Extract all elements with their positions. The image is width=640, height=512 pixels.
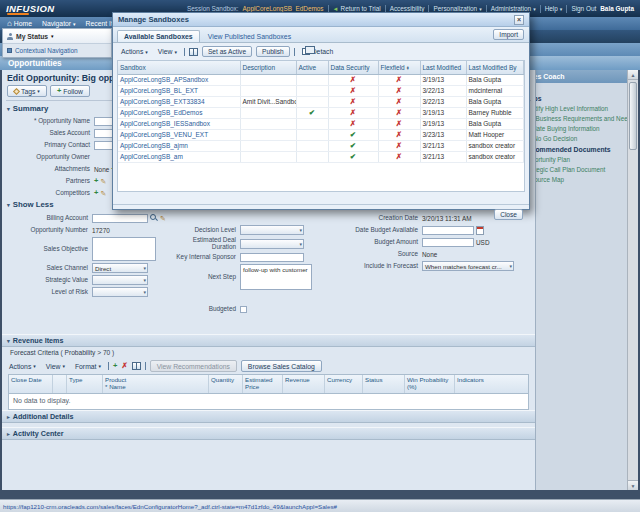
coach-step-link[interactable]: Identify High Level Information — [535, 105, 627, 112]
date-budget-available-input[interactable] — [422, 226, 474, 235]
import-button[interactable]: Import — [493, 29, 524, 40]
edit-pencil-icon[interactable]: ✎ — [100, 178, 106, 185]
coach-step-link[interactable]: Go/No Go Decision — [535, 135, 627, 142]
tab-available-sandboxes[interactable]: Available Sandboxes — [117, 30, 200, 42]
session-sandbox-link[interactable]: ApplCoreLongSB_EdDemos — [243, 5, 324, 12]
section-summary-header[interactable]: ▾ Summary — [7, 104, 48, 113]
decision-level-select[interactable]: ▾ — [240, 225, 304, 235]
table-row[interactable]: ApplCoreLongSB_am ✔ ✗ 3/21/13 sandbox cr… — [118, 151, 524, 162]
column-header[interactable] — [53, 375, 67, 393]
budget-amount-input[interactable] — [422, 238, 474, 247]
add-row-icon[interactable]: + — [113, 362, 117, 370]
delete-row-icon[interactable]: ✗ — [121, 362, 127, 370]
scroll-up-arrow[interactable]: ▲ — [628, 70, 638, 80]
column-header[interactable]: Win Probability (%) — [405, 375, 455, 393]
status-bar-url[interactable]: https://fap1210-crm.oracleads.com/sales/… — [3, 503, 337, 510]
budgeted-checkbox[interactable] — [240, 306, 247, 313]
coach-document-link[interactable]: Opportunity Plan — [535, 156, 627, 163]
view-menu[interactable]: View ▾ — [155, 46, 180, 58]
nav-home[interactable]: ⌂ Home — [7, 19, 32, 28]
column-header-active[interactable]: Active — [296, 61, 328, 74]
calendar-icon[interactable] — [476, 226, 484, 235]
coach-document-link[interactable]: Resource Map — [535, 176, 627, 183]
edit-pencil-icon[interactable]: ✎ — [100, 190, 106, 197]
column-header[interactable]: Close Date — [9, 375, 53, 393]
column-header[interactable]: Type — [67, 375, 103, 393]
key-internal-sponsor-input[interactable] — [240, 253, 304, 262]
sales-channel-select[interactable]: Direct ▾ — [92, 263, 148, 273]
table-row[interactable]: ApplCoreLongSB_VENU_EXT ✔ ✗ 3/23/13 Matt… — [118, 129, 524, 140]
strategic-value-select[interactable]: ▾ — [92, 275, 148, 285]
table-row[interactable]: ApplCoreLongSB_BL_EXT ✗ ✗ 3/22/13 mdcint… — [118, 85, 524, 96]
column-header[interactable]: Quantity — [209, 375, 243, 393]
section-show-less-header[interactable]: ▾ Show Less — [7, 200, 54, 209]
my-status-item[interactable]: My Status ▾ — [3, 29, 111, 43]
browse-sales-catalog-button[interactable]: Browse Sales Catalog — [241, 360, 322, 372]
column-header[interactable]: Currency — [325, 375, 363, 393]
sort-icons[interactable]: ▴▾ — [407, 66, 409, 70]
sandbox-link[interactable]: ApplCoreLongSB_am — [120, 153, 183, 160]
column-header[interactable]: Status — [363, 375, 405, 393]
table-row[interactable]: ApplCoreLongSB_EXT33834 Amit Divit...San… — [118, 96, 524, 107]
scrollbar-thumb[interactable] — [629, 82, 637, 150]
tags-button[interactable]: Tags ▾ — [7, 85, 47, 97]
include-in-forecast-select[interactable]: When matches forecast cr... ▾ — [422, 261, 514, 271]
columns-icon[interactable] — [189, 48, 198, 56]
table-row[interactable]: ApplCoreLongSB_EdDemos ✔ ✗ ✗ 3/19/13 Bar… — [118, 107, 524, 118]
detach-button[interactable]: Detach — [299, 46, 337, 58]
add-partner-icon[interactable]: + — [94, 177, 98, 185]
sandbox-link[interactable]: ApplCoreLongSB_APSandbox — [120, 76, 208, 83]
nav-navigator[interactable]: Navigator ▾ — [42, 20, 76, 27]
actions-menu[interactable]: Actions ▾ — [118, 46, 151, 58]
format-menu[interactable]: Format ▾ — [72, 360, 104, 372]
close-button[interactable]: Close — [494, 209, 523, 220]
contextual-navigation-item[interactable]: Contextual Navigation — [3, 43, 111, 57]
level-of-risk-select[interactable]: ▾ — [92, 287, 148, 297]
sign-out-link[interactable]: Sign Out — [571, 5, 596, 12]
administration-menu[interactable]: Administration ▾ — [491, 5, 536, 12]
dialog-title-bar[interactable]: Manage Sandboxes × — [113, 13, 529, 27]
column-header[interactable]: Estimated Price — [243, 375, 283, 393]
estimated-deal-duration-select[interactable]: ▾ — [240, 239, 304, 249]
add-competitor-icon[interactable]: + — [94, 189, 98, 197]
sandbox-link[interactable]: ApplCoreLongSB_BL_EXT — [120, 87, 198, 94]
return-to-trial-link[interactable]: ◄ Return to Trial — [333, 5, 381, 12]
column-header-data-security[interactable]: Data Security — [328, 61, 378, 74]
section-additional-details-header[interactable]: ▸ Additional Details — [2, 410, 535, 423]
personalization-menu[interactable]: Personalization ▾ — [433, 5, 481, 12]
section-activity-center-header[interactable]: ▸ Activity Center — [2, 427, 535, 440]
coach-document-link[interactable]: Strategic Call Plan Document — [535, 166, 627, 173]
columns-icon[interactable] — [132, 362, 141, 370]
help-menu[interactable]: Help ▾ — [545, 5, 563, 12]
sandbox-link[interactable]: ApplCoreLongSB_EdDemos — [120, 109, 202, 116]
column-header[interactable]: Product * Name — [103, 375, 209, 393]
coach-step-link[interactable]: Edit Business Requirements and Needs — [535, 115, 627, 122]
sandbox-link[interactable]: ApplCoreLongSB_ajmn — [120, 142, 188, 149]
close-icon[interactable]: × — [514, 15, 524, 25]
column-header-sandbox[interactable]: Sandbox — [118, 61, 240, 74]
column-header-description[interactable]: Description — [240, 61, 296, 74]
follow-button[interactable]: + Follow — [50, 85, 90, 97]
set-as-active-button[interactable]: Set as Active — [202, 46, 252, 57]
column-header[interactable]: Indicators — [455, 375, 528, 393]
column-header[interactable]: Revenue — [283, 375, 325, 393]
sandbox-link[interactable]: ApplCoreLongSB_VENU_EXT — [120, 131, 208, 138]
section-revenue-items-header[interactable]: ▾ Revenue Items — [2, 334, 535, 347]
sales-objective-textarea[interactable] — [92, 237, 156, 261]
tab-view-published-sandboxes[interactable]: View Published Sandboxes — [202, 31, 297, 42]
actions-menu[interactable]: Actions ▾ — [6, 360, 39, 372]
table-row[interactable]: ApplCoreLongSB_IESSandbox ✗ ✗ 3/19/13 Ba… — [118, 118, 524, 129]
table-row[interactable]: ApplCoreLongSB_APSandbox ✗ ✗ 3/19/13 Bal… — [118, 74, 524, 85]
column-header-last-modified-by[interactable]: Last Modified By — [466, 61, 524, 74]
scroll-down-arrow[interactable]: ▼ — [628, 480, 638, 490]
coach-step-link[interactable]: Validate Buying Information — [535, 125, 627, 132]
sandbox-link[interactable]: ApplCoreLongSB_IESSandbox — [120, 120, 210, 127]
next-step-textarea[interactable]: follow-up with customer — [240, 264, 312, 290]
accessibility-link[interactable]: Accessibility — [390, 5, 425, 12]
publish-button[interactable]: Publish — [256, 46, 290, 57]
column-header-flexfield[interactable]: Flexfield▴▾ — [378, 61, 420, 74]
sandbox-link[interactable]: ApplCoreLongSB_EXT33834 — [120, 98, 205, 105]
view-menu[interactable]: View ▾ — [43, 360, 68, 372]
table-row[interactable]: ApplCoreLongSB_ajmn ✔ ✗ 3/21/13 sandbox … — [118, 140, 524, 151]
column-header-last-modified[interactable]: Last Modified — [420, 61, 466, 74]
